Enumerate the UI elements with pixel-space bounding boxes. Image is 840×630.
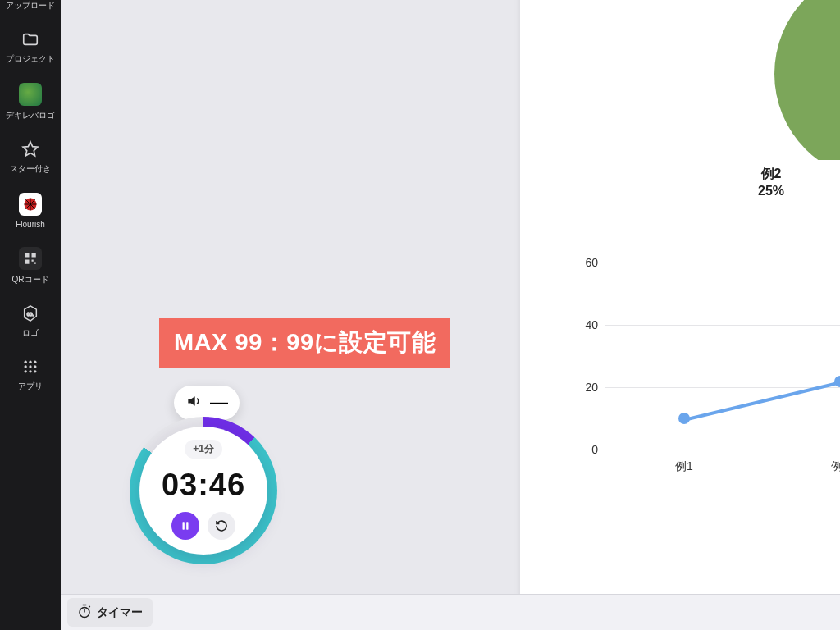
- sidebar: アップロード プロジェクト デキレバロゴ スター付き Flourish QRコー…: [0, 0, 61, 630]
- svg-rect-21: [186, 522, 188, 529]
- annotation-callout: MAX 99：99に設定可能: [159, 318, 450, 368]
- timer-time-display: 03:46: [162, 468, 245, 503]
- qrcode-icon: [19, 247, 42, 270]
- pause-button[interactable]: [171, 512, 199, 540]
- speaker-icon: [185, 393, 202, 413]
- svg-point-15: [29, 365, 31, 368]
- svg-rect-7: [25, 260, 29, 264]
- svg-rect-9: [34, 262, 36, 264]
- svg-point-13: [34, 361, 36, 363]
- sidebar-item-dekireba[interactable]: デキレバロゴ: [0, 73, 61, 130]
- star-icon: [21, 139, 40, 159]
- svg-point-18: [29, 370, 31, 372]
- folder-icon: [21, 30, 40, 49]
- flourish-icon: [19, 193, 42, 216]
- svg-rect-5: [25, 253, 29, 257]
- sidebar-item-apps[interactable]: アプリ: [0, 347, 61, 400]
- sidebar-item-logo[interactable]: co. ロゴ: [0, 294, 61, 347]
- dekireba-logo-icon: [19, 83, 42, 106]
- svg-rect-8: [32, 260, 34, 262]
- svg-point-14: [25, 365, 27, 368]
- timer-add-minute[interactable]: +1分: [185, 440, 222, 459]
- svg-point-12: [29, 361, 31, 363]
- pie-chart[interactable]: [774, 0, 840, 180]
- svg-rect-6: [32, 253, 36, 257]
- reset-button[interactable]: [208, 512, 235, 540]
- svg-point-17: [25, 370, 27, 372]
- timer-sound-pill[interactable]: —: [174, 386, 240, 420]
- sidebar-item-upload[interactable]: アップロード: [0, 0, 61, 20]
- sidebar-item-project[interactable]: プロジェクト: [0, 20, 61, 73]
- pie-slice-label: 例2 25%: [758, 166, 784, 200]
- timer-button[interactable]: タイマー: [67, 598, 153, 627]
- sidebar-item-starred[interactable]: スター付き: [0, 130, 61, 183]
- svg-rect-20: [183, 522, 185, 529]
- minus-icon: —: [210, 392, 228, 413]
- grid-icon: [21, 357, 40, 377]
- stopwatch-icon: [77, 604, 92, 621]
- timer-widget[interactable]: +1分 03:46: [130, 417, 277, 564]
- svg-point-19: [34, 370, 36, 372]
- svg-point-16: [34, 365, 36, 368]
- sidebar-item-flourish[interactable]: Flourish: [0, 183, 61, 237]
- hexagon-icon: co.: [21, 304, 40, 323]
- sidebar-item-qrcode[interactable]: QRコード: [0, 237, 61, 294]
- bottom-bar: タイマー: [61, 594, 840, 630]
- design-page[interactable]: 例2 25% 60 40 20 0 例1 例2: [520, 0, 840, 599]
- svg-point-11: [25, 361, 27, 363]
- svg-text:co.: co.: [27, 311, 34, 317]
- canvas-area: 例2 25% 60 40 20 0 例1 例2 MAX 99：99に設定可能: [61, 0, 840, 630]
